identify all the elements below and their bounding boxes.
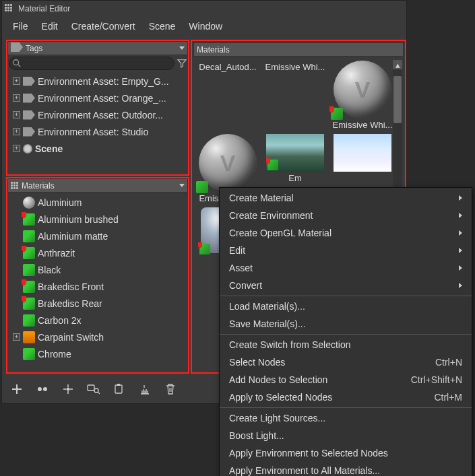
- search-icon: [12, 59, 22, 68]
- materials-tree-row[interactable]: Brakedisc Rear: [9, 295, 187, 312]
- materials-tree: AluminiumAluminium brushedAluminium matt…: [7, 193, 188, 372]
- menu-item-label: Apply Environment to All Materials...: [229, 465, 380, 476]
- material-thumb[interactable]: Decal_Autod...: [196, 61, 259, 81]
- grid-icon: [11, 182, 19, 190]
- menu-separator: [220, 334, 472, 335]
- thumb-label: Em: [263, 172, 327, 183]
- context-menu-item[interactable]: Save Material(s)...: [220, 315, 472, 333]
- chevron-right-icon: [459, 195, 462, 201]
- tree-label: Brakedisc Rear: [38, 298, 102, 309]
- expander-icon[interactable]: +: [13, 111, 20, 118]
- window-title: Material Editor: [18, 4, 70, 13]
- tags-panel-label: Tags: [26, 44, 42, 53]
- materials-tree-row[interactable]: Chrome: [9, 345, 187, 362]
- context-menu-item[interactable]: Load Material(s)...: [220, 298, 472, 315]
- paste-icon[interactable]: [113, 382, 126, 396]
- tags-tree-row[interactable]: +Environment Asset: Studio: [9, 123, 187, 140]
- tree-label: Carbon 2x: [38, 315, 82, 326]
- titlebar[interactable]: Material Editor: [2, 1, 406, 17]
- menu-scene[interactable]: Scene: [144, 19, 181, 34]
- menu-item-label: Asset: [229, 263, 253, 273]
- materials-tree-row[interactable]: Brakedisc Front: [9, 278, 187, 295]
- expander-icon[interactable]: +: [13, 145, 20, 152]
- chevron-right-icon: [459, 248, 462, 253]
- thumb-label: [331, 172, 394, 173]
- menu-window[interactable]: Window: [183, 19, 228, 34]
- materials-tree-row[interactable]: Black: [9, 261, 187, 278]
- menu-item-label: Save Material(s)...: [229, 318, 306, 329]
- context-menu-item[interactable]: Select NodesCtrl+N: [220, 353, 472, 371]
- context-menu-item[interactable]: Create Environment: [220, 207, 472, 224]
- menu-edit[interactable]: Edit: [36, 19, 63, 34]
- expander-icon[interactable]: +: [13, 77, 20, 85]
- tag-icon: [23, 127, 35, 137]
- materials-tree-panel: Materials AluminiumAluminium brushedAlum…: [6, 177, 189, 374]
- svg-point-2: [38, 387, 42, 391]
- materials-tree-header[interactable]: Materials: [7, 178, 188, 193]
- trash-icon[interactable]: [164, 382, 177, 396]
- search-input[interactable]: [9, 57, 175, 70]
- material-icon: [23, 230, 35, 242]
- menu-item-label: Boost Light...: [229, 430, 284, 441]
- context-menu-item[interactable]: Asset: [220, 259, 472, 277]
- find-icon[interactable]: [87, 382, 100, 396]
- chevron-right-icon: [459, 265, 462, 271]
- context-menu-item[interactable]: Boost Light...: [220, 427, 472, 444]
- scroll-thumb[interactable]: [393, 76, 402, 123]
- sphere-preview: [199, 134, 257, 192]
- tags-panel-header[interactable]: Tags: [7, 41, 188, 55]
- materials-tree-row[interactable]: Anthrazit: [9, 244, 187, 261]
- tags-tree-row[interactable]: +Environment Asset: Outdoor...: [9, 106, 187, 123]
- materials-tree-row[interactable]: +Carpaint Switch: [9, 329, 187, 345]
- expander-icon[interactable]: +: [13, 333, 20, 341]
- dots-icon[interactable]: [36, 382, 49, 396]
- context-menu-item[interactable]: Edit: [220, 242, 472, 259]
- context-menu-item[interactable]: Create Switch from Selection: [220, 336, 472, 353]
- node-icon[interactable]: [61, 382, 75, 396]
- materials-tree-row[interactable]: Aluminium brushed: [9, 211, 187, 228]
- context-menu-item[interactable]: Create Material: [220, 189, 472, 207]
- thumb-label: Emissive Whi...: [263, 61, 327, 72]
- context-menu: Create MaterialCreate EnvironmentCreate …: [219, 187, 472, 476]
- menu-shortcut: Ctrl+Shift+N: [411, 374, 462, 385]
- materials-tree-row[interactable]: Aluminium matte: [9, 228, 187, 244]
- chevron-down-icon[interactable]: [179, 46, 185, 50]
- tags-tree-row[interactable]: +Environment Asset: Orange_...: [9, 90, 187, 106]
- materials-grid-header[interactable]: Materials: [193, 42, 404, 57]
- context-menu-item[interactable]: Apply Environment to Selected Nodes: [220, 444, 472, 462]
- material-icon: [23, 247, 35, 259]
- materials-tree-row[interactable]: Aluminium: [9, 194, 187, 211]
- material-icon: [23, 281, 35, 293]
- material-thumb[interactable]: Emissive Whi...: [263, 61, 327, 81]
- tag-icon: [23, 77, 35, 86]
- tree-label: Chrome: [38, 349, 71, 360]
- context-menu-item[interactable]: Convert: [220, 277, 472, 294]
- tree-label: Environment Asset: Empty_G...: [38, 76, 169, 87]
- chevron-down-icon[interactable]: [179, 184, 185, 187]
- tags-tree-row[interactable]: +Scene: [9, 140, 187, 157]
- brush-icon[interactable]: [138, 382, 152, 396]
- context-menu-item[interactable]: Create Light Sources...: [220, 409, 472, 427]
- menu-create-convert[interactable]: Create/Convert: [66, 19, 141, 34]
- tree-label: Scene: [35, 143, 63, 154]
- context-menu-item[interactable]: Apply Environment to All Materials...: [220, 462, 472, 476]
- env-preview: [334, 134, 391, 172]
- context-menu-item[interactable]: Create OpenGL Material: [220, 224, 472, 242]
- menu-file[interactable]: File: [7, 19, 34, 34]
- expander-icon[interactable]: +: [13, 128, 20, 135]
- tags-tree-row[interactable]: +Environment Asset: Empty_G...: [9, 73, 187, 90]
- chevron-right-icon: [459, 283, 462, 288]
- menu-item-label: Edit: [229, 245, 245, 256]
- context-menu-item[interactable]: Apply to Selected NodesCtrl+M: [220, 388, 472, 406]
- search-row: [7, 55, 188, 71]
- expander-icon[interactable]: +: [13, 94, 20, 102]
- scroll-up-icon[interactable]: ▴: [393, 60, 402, 69]
- context-menu-item[interactable]: Add Nodes to SelectionCtrl+Shift+N: [220, 371, 472, 388]
- add-icon[interactable]: [10, 382, 24, 396]
- tree-label: Aluminium brushed: [38, 214, 119, 225]
- tag-icon: [11, 42, 23, 54]
- tags-tree: +Environment Asset: Empty_G...+Environme…: [7, 71, 188, 174]
- material-thumb[interactable]: Emissive Whi...: [331, 61, 394, 130]
- materials-tree-row[interactable]: Carbon 2x: [9, 312, 187, 329]
- filter-icon[interactable]: [177, 59, 187, 68]
